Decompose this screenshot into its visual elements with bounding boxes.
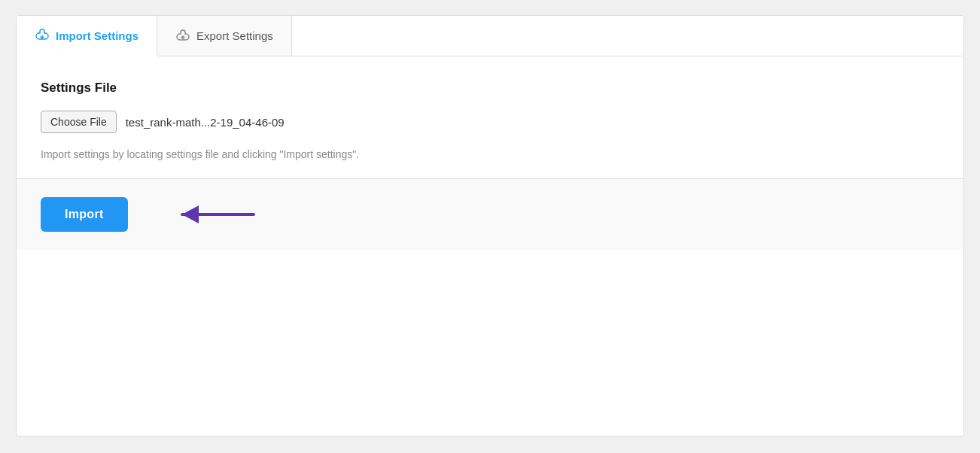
choose-file-button[interactable]: Choose File [41, 111, 117, 133]
main-container: Import Settings Export Settings Settings… [16, 15, 964, 436]
tab-export-label: Export Settings [196, 29, 273, 42]
help-text: Import settings by locating settings fil… [41, 148, 939, 160]
tab-import[interactable]: Import Settings [17, 16, 157, 56]
svg-marker-1 [182, 205, 199, 223]
cloud-upload-icon [175, 29, 190, 44]
import-button[interactable]: Import [41, 197, 128, 232]
arrow-icon [152, 201, 257, 228]
arrow-indicator [152, 201, 257, 228]
cloud-download-icon [35, 28, 50, 43]
tab-import-label: Import Settings [56, 29, 138, 42]
tab-bar: Import Settings Export Settings [17, 16, 963, 56]
tab-export[interactable]: Export Settings [157, 16, 292, 56]
file-input-row: Choose File test_rank-math...2-19_04-46-… [41, 111, 939, 133]
selected-file-name: test_rank-math...2-19_04-46-09 [126, 116, 285, 129]
section-title: Settings File [41, 81, 939, 96]
content-area: Settings File Choose File test_rank-math… [17, 56, 963, 178]
footer-area: Import [17, 178, 963, 250]
